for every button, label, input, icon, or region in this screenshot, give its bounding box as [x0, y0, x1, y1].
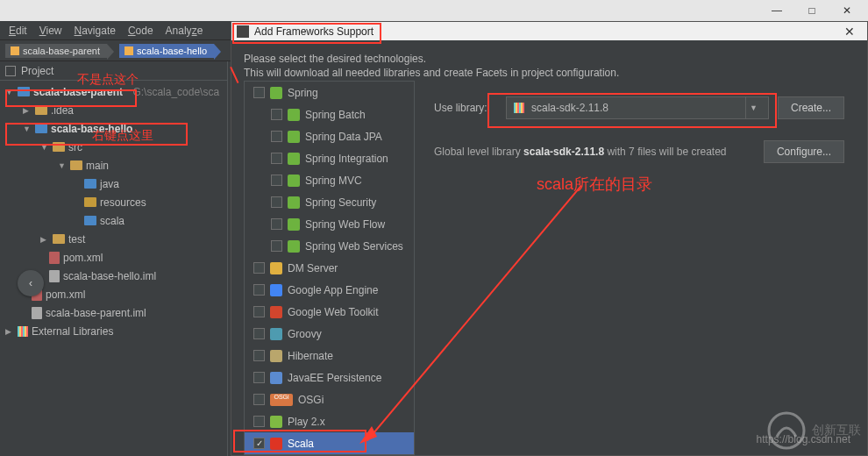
framework-icon [270, 372, 282, 384]
tree-java[interactable]: java [0, 175, 227, 193]
framework-item-spring-web-services[interactable]: Spring Web Services [245, 235, 414, 257]
checkbox[interactable] [253, 416, 265, 427]
checkbox[interactable] [271, 153, 282, 164]
folder-icon [35, 105, 47, 115]
framework-label: Groovy [288, 328, 322, 340]
library-select[interactable]: scala-sdk-2.11.8 ▼ [506, 96, 769, 119]
crumb-hello[interactable]: scala-base-hello [119, 44, 214, 58]
create-button[interactable]: Create... [778, 96, 844, 119]
checkbox[interactable] [253, 350, 265, 361]
tree-hello[interactable]: ▼scala-base-hello [0, 119, 227, 138]
framework-label: Scala [288, 438, 314, 450]
framework-icon [288, 218, 300, 231]
framework-label: Spring Web Services [305, 240, 403, 253]
configure-button[interactable]: Configure... [764, 140, 844, 163]
window-close[interactable]: ✕ [829, 1, 864, 20]
checkbox[interactable] [253, 438, 265, 449]
framework-label: Spring [288, 87, 318, 99]
framework-item-javaee-persistence[interactable]: JavaEE Persistence [245, 367, 414, 388]
framework-label: Google Web Toolkit [288, 306, 379, 318]
checkbox[interactable] [253, 372, 265, 383]
menu-view[interactable]: View [34, 25, 68, 37]
tree-test[interactable]: ▶test [0, 230, 227, 248]
maven-icon [49, 252, 60, 264]
tree-ext[interactable]: ▶External Libraries [0, 322, 227, 340]
checkbox[interactable] [271, 196, 282, 208]
checkbox[interactable] [253, 328, 265, 339]
framework-label: Spring Web Flow [305, 218, 385, 231]
back-button[interactable]: ‹ [18, 270, 44, 296]
checkbox[interactable] [271, 131, 282, 142]
framework-item-spring-integration[interactable]: Spring Integration [245, 147, 414, 169]
framework-list[interactable]: SpringSpring BatchSpring Data JPASpring … [244, 81, 415, 455]
framework-item-google-web-toolkit[interactable]: Google Web Toolkit [245, 301, 414, 323]
module-icon [35, 124, 47, 133]
checkbox[interactable] [253, 284, 265, 296]
tree-idea[interactable]: ▶.idea [0, 101, 227, 119]
tree-pom[interactable]: pom.xml [0, 248, 227, 267]
checkbox[interactable] [253, 306, 265, 317]
framework-item-spring-security[interactable]: Spring Security [245, 191, 414, 213]
checkbox[interactable] [271, 218, 282, 230]
tree-main[interactable]: ▼main [0, 156, 227, 175]
checkbox[interactable] [271, 175, 282, 186]
checkbox[interactable] [253, 87, 265, 98]
window-maximize[interactable]: □ [794, 1, 829, 20]
framework-icon [270, 438, 282, 450]
tree-iml-parent[interactable]: scala-base-parent.iml [0, 303, 227, 322]
framework-item-spring-batch[interactable]: Spring Batch [245, 103, 414, 125]
framework-icon [270, 350, 282, 362]
menu-edit[interactable]: Edit [4, 25, 32, 37]
framework-item-groovy[interactable]: Groovy [245, 323, 414, 345]
framework-item-hibernate[interactable]: Hibernate [245, 345, 414, 367]
use-library-label: Use library: [434, 102, 497, 114]
framework-label: Play 2.x [288, 416, 325, 428]
framework-item-scala[interactable]: Scala [245, 432, 414, 454]
file-icon [32, 307, 42, 319]
tree-root[interactable]: ▼scala-base-parent G:\scala_code\sca [0, 82, 227, 101]
framework-item-dm-server[interactable]: DM Server [245, 257, 414, 279]
framework-item-spring-data-jpa[interactable]: Spring Data JPA [245, 125, 414, 147]
framework-item-play-2-x[interactable]: Play 2.x [245, 410, 414, 432]
framework-item-spring-mvc[interactable]: Spring MVC [245, 169, 414, 191]
framework-icon [288, 131, 300, 143]
framework-icon [288, 153, 300, 165]
dialog-close[interactable]: ✕ [837, 25, 862, 39]
framework-item-google-app-engine[interactable]: Google App Engine [245, 279, 414, 301]
framework-label: JavaEE Persistence [288, 372, 381, 384]
add-frameworks-dialog: Add Frameworks Support ✕ Please select t… [231, 21, 868, 456]
dialog-icon [237, 25, 249, 38]
tree-src[interactable]: ▼src [0, 138, 227, 156]
framework-item-spring-web-flow[interactable]: Spring Web Flow [245, 213, 414, 235]
checkbox[interactable] [253, 262, 265, 274]
window-minimize[interactable]: — [759, 1, 794, 20]
tree-scala[interactable]: scala [0, 211, 227, 230]
framework-icon [270, 87, 282, 99]
menu-analyze[interactable]: Analyze [160, 25, 209, 37]
tree-resources[interactable]: resources [0, 193, 227, 211]
framework-label: Spring Security [305, 196, 376, 209]
dropdown-icon[interactable]: ▼ [745, 97, 761, 118]
framework-label: Spring Data JPA [305, 131, 382, 143]
library-icon [18, 326, 28, 337]
framework-item-osgi[interactable]: OSGiOSGi [245, 388, 414, 410]
checkbox[interactable] [271, 240, 282, 252]
file-icon [49, 270, 60, 282]
src-folder-icon [84, 216, 96, 225]
crumb-parent[interactable]: scala-base-parent [5, 44, 107, 58]
checkbox[interactable] [253, 394, 265, 405]
framework-item-spring[interactable]: Spring [245, 82, 414, 103]
res-folder-icon [84, 197, 96, 207]
module-icon [18, 87, 30, 96]
project-header[interactable]: Project [0, 61, 227, 81]
framework-icon [288, 175, 300, 187]
folder-icon [70, 160, 82, 170]
framework-icon: OSGi [270, 394, 293, 406]
framework-label: Spring Integration [305, 153, 388, 165]
framework-icon [270, 416, 282, 428]
menu-code[interactable]: Code [123, 25, 159, 37]
checkbox[interactable] [271, 109, 282, 120]
folder-icon [53, 142, 65, 152]
menu-navigate[interactable]: Navigate [69, 25, 121, 37]
svg-point-1 [769, 413, 804, 448]
